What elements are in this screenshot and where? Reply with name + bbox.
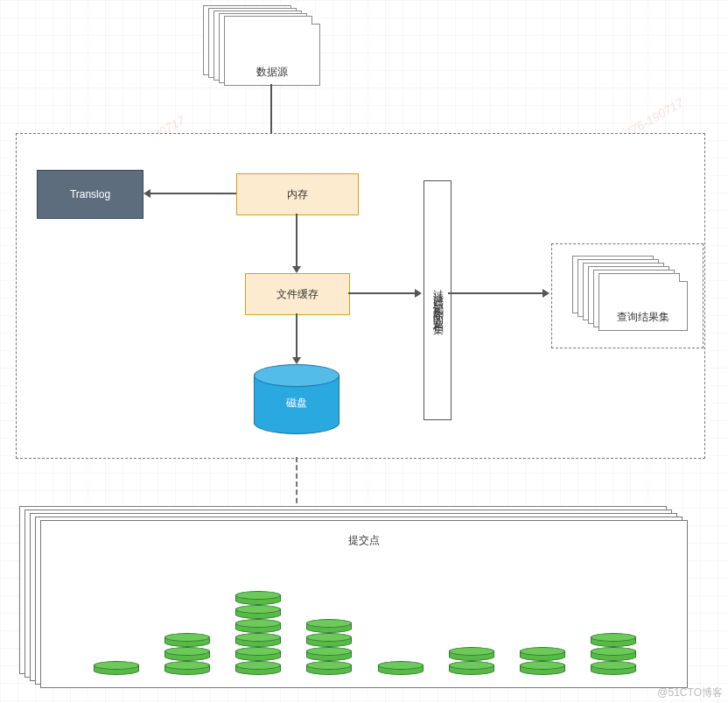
query-result-label: 查询结果集 (599, 310, 687, 325)
segment-disk (306, 619, 352, 633)
arrowhead-memory-filecache (292, 266, 301, 273)
arrow-filecache-filter (348, 292, 415, 294)
segment-column (94, 521, 139, 689)
segment-column (520, 521, 565, 689)
file-cache-node: 文件缓存 (245, 273, 350, 315)
segment-column (164, 521, 210, 689)
segment-disk (520, 647, 565, 661)
segment-disk (306, 647, 352, 661)
arrowhead-filter-results (542, 289, 550, 298)
segment-disk (378, 661, 424, 675)
segment-disk (235, 591, 281, 605)
segment-disk (449, 647, 494, 661)
arrowhead-filecache-disk (292, 357, 301, 364)
data-source-label: 数据源 (225, 65, 319, 80)
segment-disk (164, 633, 210, 647)
arrowhead-memory-translog (144, 189, 150, 198)
translog-node: Translog (37, 170, 144, 219)
segment-disk (591, 647, 636, 661)
segment-column (378, 521, 424, 689)
disk-label: 磁盘 (254, 396, 340, 411)
memory-label: 内存 (287, 187, 308, 202)
segment-disk (235, 619, 281, 633)
arrow-filecache-disk (296, 313, 298, 357)
filter-label: 过滤已标记删除的文档集 (430, 281, 445, 320)
disk-node: 磁盘 (254, 364, 340, 434)
segment-disk (94, 661, 139, 675)
arrow-filter-results (448, 292, 542, 294)
segment-column (306, 521, 352, 689)
segment-disk (235, 633, 281, 647)
segment-column (235, 521, 281, 689)
segment-disk (591, 661, 636, 675)
segment-disk (591, 633, 636, 647)
memory-node: 内存 (236, 173, 359, 215)
segment-disk (164, 647, 210, 661)
diagram-canvas: wujiajian776-190717 wujiajian776-190717 … (0, 0, 728, 703)
filter-node: 过滤已标记删除的文档集 (424, 180, 452, 420)
footer-watermark: @51CTO博客 (657, 685, 723, 700)
segment-disk (164, 661, 210, 675)
file-cache-label: 文件缓存 (276, 287, 318, 302)
segment-disk (520, 661, 565, 675)
segment-disk (235, 605, 281, 619)
arrow-memory-filecache (296, 214, 298, 266)
dashed-line-to-commit (296, 457, 298, 511)
segment-disk (235, 661, 281, 675)
segment-disk (306, 661, 352, 675)
translog-label: Translog (70, 188, 110, 200)
segment-disk (306, 633, 352, 647)
segment-disk (449, 661, 494, 675)
arrowhead-filecache-filter (415, 289, 422, 298)
segment-column (449, 521, 494, 689)
data-source-stack: 数据源 (224, 16, 318, 84)
query-result-stack: 查询结果集 (598, 273, 686, 329)
segment-disk (235, 647, 281, 661)
segment-column (591, 521, 636, 689)
arrow-memory-translog (150, 193, 236, 194)
commit-point-panel: 提交点 (40, 520, 688, 688)
